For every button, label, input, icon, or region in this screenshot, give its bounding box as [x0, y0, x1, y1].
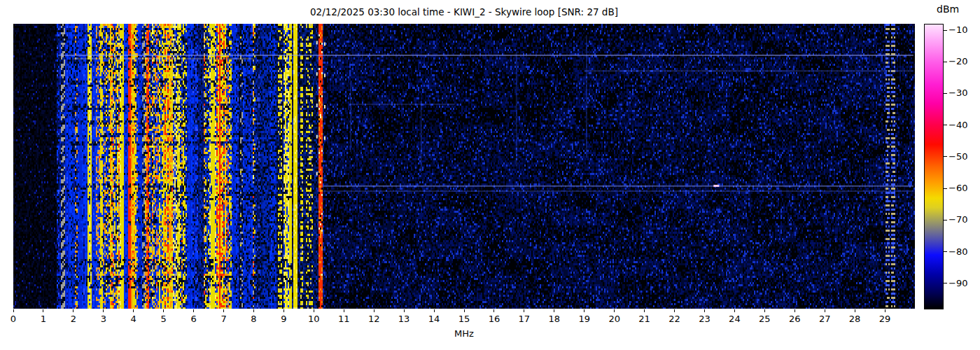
x-axis-tick-label: 5: [152, 314, 176, 324]
x-axis-tick-label: 20: [603, 314, 626, 324]
x-axis-tick: [284, 309, 284, 312]
x-axis-tick: [554, 309, 554, 312]
x-axis-tick: [314, 309, 314, 312]
x-axis-tick-label: 7: [212, 314, 236, 324]
x-axis-tick-label: 28: [843, 314, 867, 324]
x-axis-tick-label: 22: [663, 314, 687, 324]
colorbar-tick: [944, 156, 947, 157]
x-axis-tick-label: 17: [512, 314, 536, 324]
x-axis-tick-label: 23: [692, 314, 716, 324]
x-axis-tick: [73, 309, 74, 312]
x-axis-tick-label: 2: [62, 314, 85, 324]
x-axis-tick-label: 10: [302, 314, 326, 324]
chart-title: 02/12/2025 03:30 local time - KIWI_2 - S…: [13, 6, 915, 18]
x-axis-tick-label: 25: [752, 314, 776, 324]
x-axis-label: MHz: [13, 328, 915, 339]
x-axis-tick: [704, 309, 705, 312]
colorbar-tick-label: −30: [948, 88, 967, 99]
colorbar-tick: [944, 62, 947, 62]
colorbar-tick-label: −10: [948, 24, 967, 36]
colorbar-gradient: [924, 24, 944, 309]
x-axis-tick: [464, 309, 465, 312]
spectrogram-figure: 02/12/2025 03:30 local time - KIWI_2 - S…: [0, 0, 980, 350]
colorbar-tick: [944, 283, 947, 284]
x-axis-tick-label: 29: [873, 314, 897, 324]
x-axis-tick: [674, 309, 675, 312]
colorbar-tick-label: −70: [948, 214, 967, 225]
colorbar-tick: [944, 220, 947, 220]
x-axis-tick-label: 27: [813, 314, 836, 324]
x-axis-tick-label: 21: [633, 314, 657, 324]
x-axis-tick: [825, 309, 825, 312]
colorbar-tick-label: −50: [948, 151, 967, 162]
x-axis-tick: [13, 309, 14, 312]
colorbar-tick: [944, 30, 947, 31]
x-axis-tick: [614, 309, 615, 312]
x-axis-tick: [43, 309, 43, 312]
x-axis-tick: [103, 309, 104, 312]
x-axis-tick: [524, 309, 524, 312]
x-axis-tick-label: 8: [241, 314, 265, 324]
x-axis-tick-label: 0: [1, 314, 25, 324]
x-axis-tick-label: 11: [332, 314, 356, 324]
colorbar-tick: [944, 251, 947, 252]
colorbar-tick: [944, 188, 947, 189]
colorbar-tick: [944, 93, 947, 94]
x-axis-tick: [855, 309, 855, 312]
x-axis-tick-label: 6: [182, 314, 206, 324]
colorbar-unit-label: dBm: [937, 4, 959, 15]
x-axis-tick: [764, 309, 765, 312]
x-axis-tick-label: 14: [422, 314, 446, 324]
x-axis-tick-label: 26: [783, 314, 806, 324]
x-axis-tick: [584, 309, 584, 312]
x-axis-tick: [734, 309, 735, 312]
x-axis-tick-label: 3: [92, 314, 115, 324]
colorbar-tick-label: −60: [948, 183, 967, 194]
x-axis-tick: [344, 309, 344, 312]
x-axis-tick-label: 24: [722, 314, 746, 324]
x-axis-tick: [253, 309, 254, 312]
colorbar-tick-label: −80: [948, 246, 967, 258]
x-axis-tick-label: 16: [482, 314, 506, 324]
x-axis-tick-label: 19: [573, 314, 596, 324]
x-axis-tick-label: 12: [362, 314, 386, 324]
colorbar-tick-label: −20: [948, 56, 967, 67]
x-axis-tick: [374, 309, 374, 312]
x-axis-tick: [404, 309, 405, 312]
x-axis-tick-label: 15: [452, 314, 476, 324]
x-axis-tick: [434, 309, 435, 312]
colorbar-tick-label: −90: [948, 278, 967, 289]
spectrogram-canvas: [13, 24, 915, 309]
x-axis-tick: [885, 309, 886, 312]
x-axis-tick: [644, 309, 645, 312]
x-axis-tick: [193, 309, 194, 312]
x-axis-tick-label: 1: [31, 314, 55, 324]
x-axis-tick: [223, 309, 224, 312]
x-axis-tick: [133, 309, 134, 312]
x-axis-tick-label: 9: [272, 314, 295, 324]
x-axis-tick: [794, 309, 795, 312]
x-axis-tick-label: 4: [122, 314, 146, 324]
colorbar-tick: [944, 125, 947, 125]
x-axis-tick-label: 18: [542, 314, 566, 324]
colorbar-tick-label: −40: [948, 120, 967, 131]
x-axis-tick: [163, 309, 164, 312]
x-axis-tick: [493, 309, 494, 312]
x-axis-tick-label: 13: [392, 314, 416, 324]
